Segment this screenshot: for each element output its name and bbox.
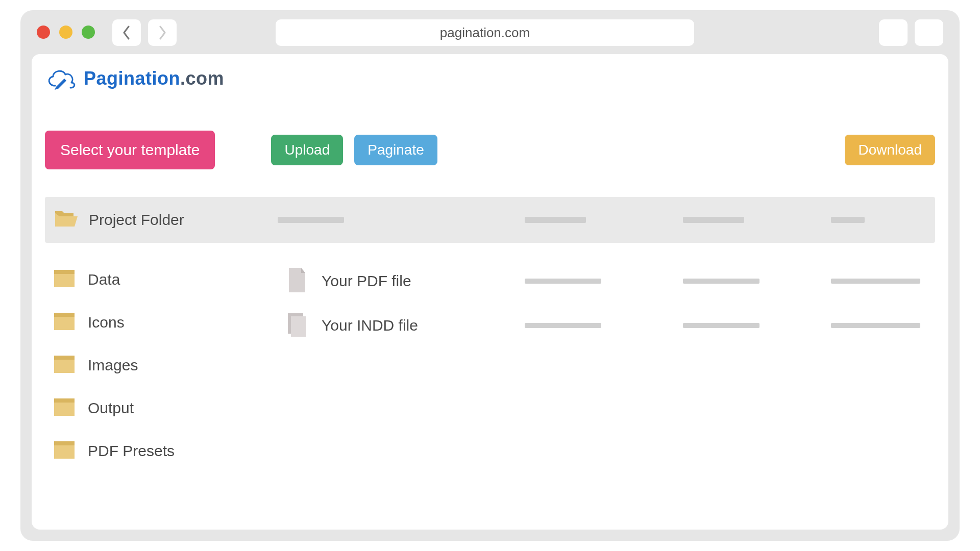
meta-placeholder-icon bbox=[525, 279, 601, 284]
maximize-window-icon[interactable] bbox=[82, 26, 95, 39]
brand-name: Pagination bbox=[84, 68, 180, 89]
folder-label: Images bbox=[88, 357, 138, 374]
folder-item-pdf-presets[interactable]: PDF Presets bbox=[45, 430, 239, 472]
column-placeholder-icon bbox=[525, 217, 586, 223]
chevron-left-icon bbox=[122, 26, 131, 40]
column-placeholder-icon bbox=[683, 217, 744, 223]
svg-rect-9 bbox=[54, 441, 75, 445]
traffic-lights bbox=[37, 26, 95, 39]
brand-suffix: .com bbox=[180, 68, 224, 89]
svg-rect-7 bbox=[54, 398, 75, 403]
close-window-icon[interactable] bbox=[37, 26, 50, 39]
folder-item-icons[interactable]: Icons bbox=[45, 301, 239, 344]
folder-icon bbox=[54, 398, 75, 418]
folder-label: Icons bbox=[88, 314, 125, 331]
svg-rect-6 bbox=[54, 402, 75, 416]
download-button[interactable]: Download bbox=[845, 135, 935, 165]
url-bar[interactable]: pagination.com bbox=[276, 19, 694, 46]
meta-placeholder-icon bbox=[525, 323, 601, 328]
grid-header-title: Project Folder bbox=[89, 211, 184, 229]
folder-item-images[interactable]: Images bbox=[45, 344, 239, 387]
grid-header: Project Folder bbox=[45, 197, 935, 243]
brand-logo: Pagination.com bbox=[45, 67, 224, 90]
folder-icon bbox=[54, 441, 75, 461]
svg-rect-0 bbox=[54, 273, 75, 287]
meta-placeholder-icon bbox=[831, 279, 920, 284]
folder-item-output[interactable]: Output bbox=[45, 387, 239, 430]
file-row[interactable]: Your INDD file bbox=[266, 305, 935, 346]
browser-chrome: pagination.com bbox=[20, 10, 960, 54]
svg-rect-4 bbox=[54, 359, 75, 373]
svg-rect-11 bbox=[291, 316, 306, 337]
url-text: pagination.com bbox=[440, 25, 530, 41]
file-label: Your INDD file bbox=[322, 317, 418, 334]
folder-icon bbox=[54, 356, 75, 375]
meta-placeholder-icon bbox=[683, 279, 760, 284]
chevron-right-icon bbox=[158, 26, 167, 40]
file-label: Your PDF file bbox=[322, 272, 411, 290]
folder-list: Data Icons Images bbox=[45, 258, 239, 472]
forward-button[interactable] bbox=[148, 19, 177, 46]
svg-rect-3 bbox=[54, 313, 75, 317]
cloud-pencil-icon bbox=[45, 67, 77, 90]
folder-label: PDF Presets bbox=[88, 442, 175, 460]
minimize-window-icon[interactable] bbox=[59, 26, 72, 39]
folder-open-icon bbox=[54, 209, 79, 231]
meta-placeholder-icon bbox=[683, 323, 760, 328]
svg-rect-1 bbox=[54, 270, 75, 274]
folder-icon bbox=[54, 313, 75, 332]
window-button-1[interactable] bbox=[879, 19, 908, 46]
svg-rect-2 bbox=[54, 316, 75, 330]
window-button-2[interactable] bbox=[915, 19, 943, 46]
page-content: Pagination.com Select your template Uplo… bbox=[32, 54, 948, 530]
indd-file-icon bbox=[266, 312, 307, 339]
folder-label: Data bbox=[88, 271, 120, 288]
paginate-button[interactable]: Paginate bbox=[354, 135, 437, 165]
pdf-file-icon bbox=[266, 268, 307, 294]
svg-rect-8 bbox=[54, 444, 75, 459]
meta-placeholder-icon bbox=[831, 323, 920, 328]
action-bar: Select your template Upload Paginate Dow… bbox=[45, 131, 935, 169]
upload-button[interactable]: Upload bbox=[271, 135, 343, 165]
column-placeholder-icon bbox=[831, 217, 865, 223]
browser-window: pagination.com Pagination.com bbox=[20, 10, 960, 541]
folder-label: Output bbox=[88, 399, 134, 417]
folder-icon bbox=[54, 270, 75, 289]
column-placeholder-icon bbox=[278, 217, 344, 223]
select-template-button[interactable]: Select your template bbox=[45, 131, 215, 169]
folder-item-data[interactable]: Data bbox=[45, 258, 239, 301]
brand-text: Pagination.com bbox=[84, 68, 224, 89]
file-row[interactable]: Your PDF file bbox=[266, 261, 935, 302]
svg-rect-5 bbox=[54, 356, 75, 360]
back-button[interactable] bbox=[112, 19, 141, 46]
